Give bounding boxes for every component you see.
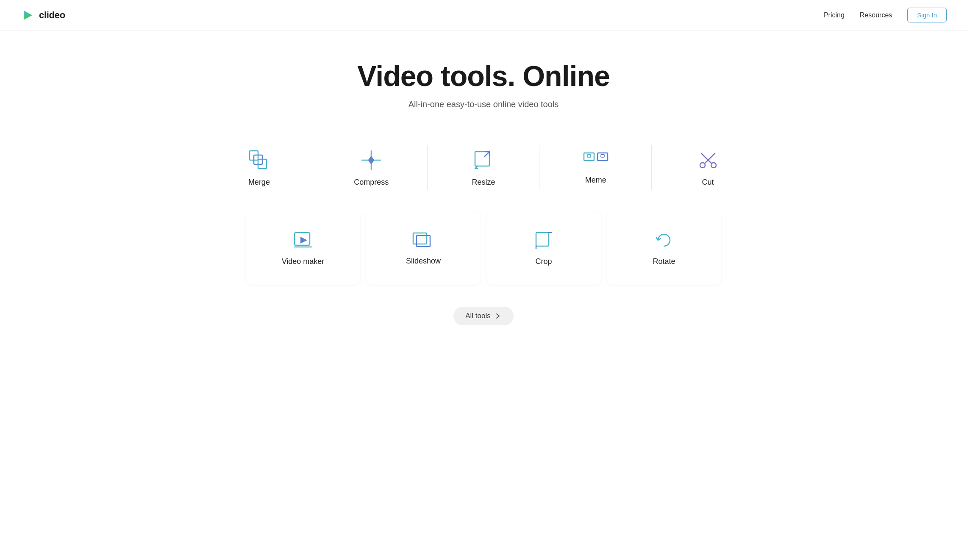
- merge-icon: [248, 149, 270, 171]
- svg-marker-28: [300, 237, 307, 244]
- logo-text: clideo: [39, 10, 65, 21]
- tool-compress[interactable]: Compress: [315, 130, 428, 205]
- header: clideo Pricing Resources Sign In: [0, 0, 967, 30]
- compress-label: Compress: [354, 178, 389, 187]
- svg-rect-17: [584, 153, 594, 161]
- main-nav: Pricing Resources Sign In: [824, 8, 947, 22]
- crop-label: Crop: [535, 257, 552, 266]
- rotate-icon: [654, 230, 674, 250]
- hero-subtitle: All-in-one easy-to-use online video tool…: [8, 100, 959, 109]
- clideo-logo-icon: [20, 8, 35, 22]
- tool-rotate[interactable]: Rotate: [607, 211, 721, 285]
- slideshow-label: Slideshow: [406, 257, 441, 266]
- compress-icon: [360, 149, 382, 171]
- tool-cut[interactable]: Cut: [652, 130, 764, 205]
- svg-rect-30: [413, 233, 427, 244]
- meme-icon: [583, 151, 609, 169]
- tools-row-2: Video maker Slideshow Crop Ro: [203, 211, 764, 285]
- tool-meme[interactable]: Meme: [539, 130, 652, 205]
- tool-resize[interactable]: Resize: [428, 130, 540, 205]
- svg-rect-31: [417, 236, 430, 247]
- svg-line-25: [701, 153, 708, 160]
- video-maker-label: Video maker: [282, 257, 325, 266]
- slideshow-icon: [412, 230, 434, 250]
- rotate-label: Rotate: [653, 257, 675, 266]
- svg-rect-19: [597, 153, 608, 161]
- merge-label: Merge: [248, 178, 270, 187]
- svg-rect-20: [601, 155, 604, 157]
- svg-line-16: [484, 152, 489, 157]
- cut-icon: [697, 149, 719, 171]
- all-tools-label: All tools: [465, 312, 491, 320]
- resize-icon: [472, 149, 495, 171]
- svg-rect-32: [536, 233, 549, 246]
- video-maker-icon: [293, 230, 313, 250]
- meme-label: Meme: [585, 176, 606, 185]
- logo[interactable]: clideo: [20, 8, 65, 22]
- svg-line-24: [708, 160, 712, 164]
- svg-line-26: [708, 153, 715, 160]
- tool-merge[interactable]: Merge: [203, 130, 315, 205]
- sign-in-button[interactable]: Sign In: [907, 8, 947, 22]
- svg-rect-18: [587, 155, 591, 157]
- tool-slideshow[interactable]: Slideshow: [366, 211, 481, 285]
- cut-label: Cut: [702, 178, 714, 187]
- tools-section: Merge Compress: [191, 130, 776, 351]
- all-tools-button[interactable]: All tools: [453, 307, 514, 325]
- crop-icon: [534, 230, 554, 250]
- svg-line-23: [704, 160, 708, 164]
- all-tools-section: All tools: [203, 307, 764, 351]
- chevron-right-icon: [494, 312, 502, 320]
- tools-row-1: Merge Compress: [203, 130, 764, 205]
- nav-resources[interactable]: Resources: [860, 11, 892, 19]
- resize-label: Resize: [472, 178, 495, 187]
- hero-section: Video tools. Online All-in-one easy-to-u…: [0, 30, 967, 130]
- tool-crop[interactable]: Crop: [486, 211, 601, 285]
- nav-pricing[interactable]: Pricing: [824, 11, 845, 19]
- tool-video-maker[interactable]: Video maker: [246, 211, 360, 285]
- hero-title: Video tools. Online: [8, 60, 959, 92]
